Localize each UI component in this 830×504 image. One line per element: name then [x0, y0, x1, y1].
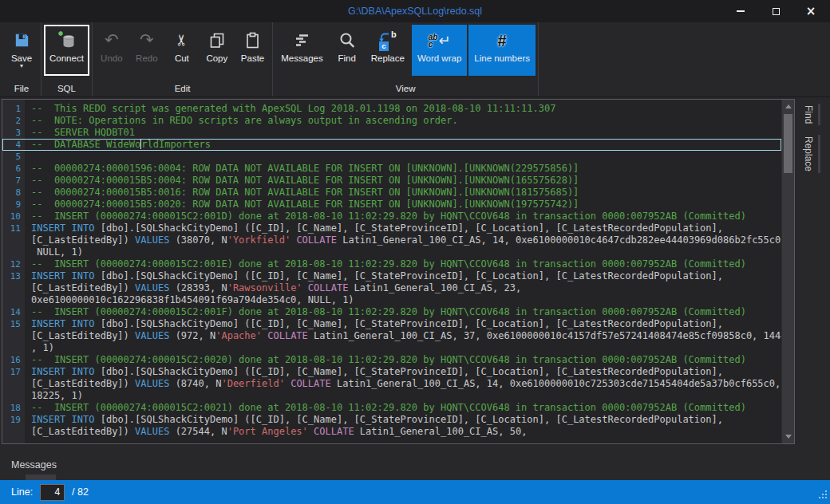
code-line[interactable]: -- 00000274:000015B5:0016: ROW DATA NOT … [25, 187, 781, 199]
line-number [2, 282, 25, 294]
code-line[interactable]: INSERT INTO [dbo].[SQLShackCityDemo] ([C… [25, 414, 781, 426]
dropdown-arrow-icon[interactable]: ▾ [20, 64, 23, 69]
line-total: / 82 [72, 486, 89, 498]
code-row: 9-- 00000274:000015B5:0020: ROW DATA NOT… [2, 199, 781, 211]
code-line[interactable]: [C_LastEditedBy]) VALUES (38070, N'Yorkf… [25, 234, 781, 246]
code-line[interactable] [25, 151, 781, 163]
button-label: Undo [101, 53, 123, 63]
code-row: 14-- INSERT (00000274:000015C2:001F) don… [2, 306, 781, 318]
code-line[interactable]: INSERT INTO [dbo].[SQLShackCityDemo] ([C… [25, 222, 781, 234]
scroll-up-button[interactable] [782, 100, 794, 112]
code-line[interactable]: INSERT INTO [dbo].[SQLShackCityDemo] ([C… [25, 366, 781, 378]
ribbon-group-file: Save▾File [2, 22, 42, 96]
code-line[interactable]: , 1) [25, 342, 781, 354]
save-icon [10, 27, 33, 53]
code-row: 15INSERT INTO [dbo].[SQLShackCityDemo] (… [2, 318, 781, 330]
line-number [2, 390, 25, 402]
code-row: 12-- INSERT (00000274:000015C2:001E) don… [2, 258, 781, 270]
code-line[interactable]: -- INSERT (00000274:000015C2:001E) done … [25, 258, 781, 270]
code-line[interactable]: [C_LastEditedBy]) VALUES (8740, N'Deerfi… [25, 378, 781, 390]
code-line[interactable]: -- SERVER HQDBT01 [25, 127, 781, 139]
code-line[interactable]: -- This REDO script was generated with A… [25, 103, 781, 115]
code-line[interactable]: -- NOTE: Operations in REDO scripts are … [25, 115, 781, 127]
line-number: 18 [2, 402, 25, 414]
code-line[interactable]: INSERT INTO [dbo].[SQLShackCityDemo] ([C… [25, 318, 781, 330]
code-row: 6-- 00000274:00001596:0004: ROW DATA NOT… [2, 163, 781, 175]
code-row: [C_LastEditedBy]) VALUES (28393, N'Rawso… [2, 282, 781, 294]
code-row: 18225, 1) [2, 390, 781, 402]
line-number [2, 342, 25, 354]
scroll-down-button[interactable] [782, 431, 794, 443]
code-line[interactable]: NULL, 1) [25, 246, 781, 258]
scrollbar-thumb[interactable] [784, 114, 792, 173]
button-label: Connect [49, 53, 84, 63]
code-line[interactable]: 0xe6100000010c162296838f1b454091f69a794d… [25, 294, 781, 306]
line-number: 3 [2, 127, 25, 139]
button-label: Word wrap [417, 53, 461, 63]
close-button[interactable]: × [793, 0, 828, 22]
line-number: 12 [2, 258, 25, 270]
code-line[interactable]: -- 00000274:000015B5:0004: ROW DATA NOT … [25, 175, 781, 187]
code-row: NULL, 1) [2, 246, 781, 258]
code-line[interactable]: [C_LastEditedBy]) VALUES (972, N'Apache'… [25, 330, 781, 342]
code-rows: 1-- This REDO script was generated with … [2, 100, 781, 443]
code-row: [C_LastEditedBy]) VALUES (972, N'Apache'… [2, 330, 781, 342]
code-line[interactable]: INSERT INTO [dbo].[SQLShackCityDemo] ([C… [25, 270, 781, 282]
save-button[interactable]: Save▾ [5, 25, 38, 76]
code-row: 2-- NOTE: Operations in REDO scripts are… [2, 115, 781, 127]
messages-tab[interactable]: Messages [11, 459, 57, 471]
code-row: 4-- DATABASE WideWorldImporters [2, 139, 781, 151]
code-row: [C_LastEditedBy]) VALUES (8740, N'Deerfi… [2, 378, 781, 390]
replace-button[interactable]: bcReplace [366, 25, 410, 76]
code-row: [C_LastEditedBy]) VALUES (38070, N'Yorkf… [2, 234, 781, 246]
connect-button[interactable]: Connect [44, 25, 89, 76]
code-line[interactable]: -- INSERT (00000274:000015C2:0020) done … [25, 354, 781, 366]
line-number [2, 234, 25, 246]
maximize-button[interactable] [758, 0, 793, 22]
copy-icon [206, 27, 228, 53]
line-numbers-button[interactable]: #Line numbers [468, 25, 536, 76]
button-label: Line numbers [474, 53, 530, 63]
code-line[interactable]: -- DATABASE WideWorldImporters [25, 139, 781, 151]
code-line[interactable]: -- 00000274:00001596:0004: ROW DATA NOT … [25, 163, 781, 175]
window-controls: × [723, 0, 828, 22]
sql-editor[interactable]: 1-- This REDO script was generated with … [2, 99, 795, 444]
code-line[interactable]: [C_LastEditedBy]) VALUES (28393, N'Rawso… [25, 282, 781, 294]
close-icon: × [806, 6, 816, 18]
code-row: 18-- INSERT (00000274:000015C2:0021) don… [2, 402, 781, 414]
line-number [2, 294, 25, 306]
copy-button[interactable]: Copy [200, 25, 234, 76]
side-tab-find[interactable]: Find [801, 104, 822, 125]
titlebar: G:\DBA\ApexSQLLog\redo.sql × [0, 0, 830, 22]
line-number-input[interactable]: 4 [40, 484, 65, 501]
paste-button[interactable]: Paste [235, 25, 270, 76]
messages-button[interactable]: Messages [275, 25, 328, 76]
code-line[interactable]: -- 00000274:000015B5:0020: ROW DATA NOT … [25, 199, 781, 211]
side-tab-replace[interactable]: Replace [801, 135, 822, 173]
line-number [2, 330, 25, 342]
group-label: File [4, 81, 39, 96]
resize-grip[interactable] [818, 490, 828, 502]
cut-icon: ✂ [171, 27, 193, 53]
word-wrap-button[interactable]: abc↵Word wrap [412, 25, 467, 76]
paste-icon [241, 27, 264, 53]
line-numbers-icon: # [474, 27, 530, 53]
vertical-scrollbar[interactable] [781, 100, 794, 443]
code-line[interactable]: 18225, 1) [25, 390, 781, 402]
find-button[interactable]: Find [330, 25, 364, 76]
code-line[interactable]: -- INSERT (00000274:000015C2:0021) done … [25, 402, 781, 414]
undo-icon: ↶ [101, 27, 123, 53]
connect-database-icon [49, 27, 84, 53]
line-number: 5 [2, 151, 25, 163]
button-label: Replace [371, 53, 405, 63]
cut-button[interactable]: ✂Cut [165, 25, 199, 76]
code-row: 1-- This REDO script was generated with … [2, 103, 781, 115]
code-line[interactable]: [C_LastEditedBy]) VALUES (27544, N'Port … [25, 426, 781, 438]
code-row: 7-- 00000274:000015B5:0004: ROW DATA NOT… [2, 175, 781, 187]
code-line[interactable]: -- INSERT (00000274:000015C2:001F) done … [25, 306, 781, 318]
line-label: Line: [11, 486, 33, 498]
status-bar: Line: 4 / 82 [0, 480, 830, 504]
line-number: 2 [2, 115, 25, 127]
code-line[interactable]: -- INSERT (00000274:000015C2:001D) done … [25, 211, 781, 222]
minimize-button[interactable] [723, 0, 758, 22]
